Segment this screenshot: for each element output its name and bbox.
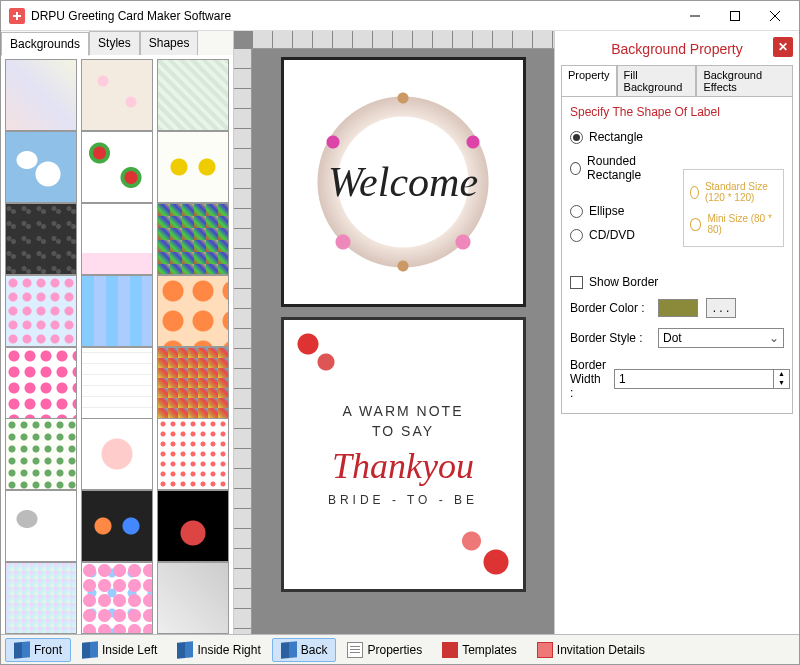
radio-rounded-rectangle[interactable]: Rounded Rectangle (570, 149, 675, 187)
radio-label: Standard Size (120 * 120) (705, 181, 777, 203)
card1-text: Welcome (328, 158, 478, 206)
tab-property[interactable]: Property (561, 65, 617, 96)
background-thumb[interactable] (5, 562, 77, 634)
wreath-graphic: Welcome (303, 82, 503, 282)
toolbar-label: Templates (462, 643, 517, 657)
border-width-input[interactable] (615, 372, 773, 386)
background-thumb[interactable] (81, 203, 153, 275)
svg-rect-1 (731, 11, 740, 20)
toolbar-label: Inside Right (197, 643, 260, 657)
radio-mini-size[interactable]: Mini Size (80 * 80) (690, 208, 777, 240)
radio-icon (570, 205, 583, 218)
tab-styles[interactable]: Styles (89, 31, 140, 55)
background-thumb[interactable] (5, 418, 77, 490)
radio-label: Mini Size (80 * 80) (707, 213, 777, 235)
toolbar-label: Front (34, 643, 62, 657)
tab-backgrounds[interactable]: Backgrounds (1, 32, 89, 56)
shape-group-label: Specify The Shape Of Label (570, 105, 784, 119)
app-icon (9, 8, 25, 24)
border-width-spinner[interactable]: ▲▼ (614, 369, 790, 389)
background-thumb[interactable] (157, 275, 229, 347)
spin-up-icon[interactable]: ▲ (773, 370, 789, 379)
radio-label: CD/DVD (589, 228, 635, 242)
tab-shapes[interactable]: Shapes (140, 31, 199, 55)
background-thumb[interactable] (5, 131, 77, 203)
background-thumb[interactable] (157, 131, 229, 203)
bottom-toolbar: FrontInside LeftInside RightBackProperti… (1, 634, 799, 664)
card2-thankyou: Thankyou (332, 445, 474, 487)
close-panel-button[interactable]: ✕ (773, 37, 793, 57)
background-thumb[interactable] (81, 59, 153, 131)
radio-standard-size[interactable]: Standard Size (120 * 120) (690, 176, 777, 208)
toolbar-invitation-button[interactable]: Invitation Details (528, 638, 654, 662)
background-thumb[interactable] (5, 203, 77, 275)
toolbar-back-button[interactable]: Back (272, 638, 337, 662)
card2-line3: BRIDE - TO - BE (328, 493, 478, 507)
inv-icon (537, 642, 553, 658)
card-preview-2[interactable]: A WARM NOTE TO SAY Thankyou BRIDE - TO -… (281, 317, 526, 592)
title-bar: DRPU Greeting Card Maker Software (1, 1, 799, 31)
card2-line1: A WARM NOTE (342, 403, 463, 419)
radio-label: Rounded Rectangle (587, 154, 675, 182)
background-thumb[interactable] (81, 418, 153, 490)
show-border-checkbox[interactable]: Show Border (570, 271, 784, 293)
checkbox-label: Show Border (589, 275, 658, 289)
minimize-button[interactable] (675, 2, 715, 30)
spin-down-icon[interactable]: ▼ (773, 379, 789, 388)
background-thumb[interactable] (157, 562, 229, 634)
maximize-button[interactable] (715, 2, 755, 30)
background-thumb[interactable] (157, 203, 229, 275)
border-color-swatch[interactable] (658, 299, 698, 317)
border-style-label: Border Style : (570, 331, 650, 345)
toolbar-label: Properties (367, 643, 422, 657)
book-icon (14, 641, 30, 659)
radio-ellipse[interactable]: Ellipse (570, 199, 675, 223)
background-thumb[interactable] (5, 490, 77, 562)
background-thumb[interactable] (5, 59, 77, 131)
background-thumb[interactable] (5, 347, 77, 419)
canvas-area: Welcome A WARM NOTE TO SAY Thankyou BRID… (234, 31, 554, 634)
background-thumb[interactable] (157, 418, 229, 490)
tab-background-effects[interactable]: Background Effects (696, 65, 793, 96)
tab-fill-background[interactable]: Fill Background (617, 65, 697, 96)
toolbar-templates-button[interactable]: Templates (433, 638, 526, 662)
background-thumb[interactable] (157, 347, 229, 419)
background-thumb[interactable] (81, 562, 153, 634)
toolbar-properties-button[interactable]: Properties (338, 638, 431, 662)
radio-icon (690, 186, 699, 199)
close-button[interactable] (755, 2, 795, 30)
tpl-icon (442, 642, 458, 658)
book-icon (82, 641, 98, 659)
background-thumb[interactable] (157, 59, 229, 131)
backgrounds-panel: Backgrounds Styles Shapes (1, 31, 234, 634)
border-width-label: Border Width : (570, 358, 606, 400)
radio-icon (570, 162, 581, 175)
background-thumb[interactable] (5, 275, 77, 347)
background-thumb[interactable] (81, 275, 153, 347)
toolbar-front-button[interactable]: Front (5, 638, 71, 662)
border-color-label: Border Color : (570, 301, 650, 315)
ruler-vertical (234, 49, 252, 634)
background-thumb[interactable] (81, 347, 153, 419)
toolbar-inside-left-button[interactable]: Inside Left (73, 638, 166, 662)
window-title: DRPU Greeting Card Maker Software (31, 9, 675, 23)
book-icon (177, 641, 193, 659)
card2-line2: TO SAY (372, 423, 434, 439)
left-tabs: Backgrounds Styles Shapes (1, 31, 233, 55)
card-preview-1[interactable]: Welcome (281, 57, 526, 307)
background-thumb[interactable] (81, 131, 153, 203)
radio-label: Ellipse (589, 204, 624, 218)
background-thumb[interactable] (81, 490, 153, 562)
radio-cd-dvd[interactable]: CD/DVD (570, 223, 675, 247)
background-thumb[interactable] (157, 490, 229, 562)
select-value: Dot (663, 331, 682, 345)
radio-icon (690, 218, 701, 231)
toolbar-inside-right-button[interactable]: Inside Right (168, 638, 269, 662)
border-style-select[interactable]: Dot (658, 328, 784, 348)
color-picker-button[interactable]: . . . (706, 298, 736, 318)
checkbox-icon (570, 276, 583, 289)
toolbar-label: Inside Left (102, 643, 157, 657)
radio-label: Rectangle (589, 130, 643, 144)
panel-title: Background Property (611, 41, 743, 57)
radio-rectangle[interactable]: Rectangle (570, 125, 675, 149)
